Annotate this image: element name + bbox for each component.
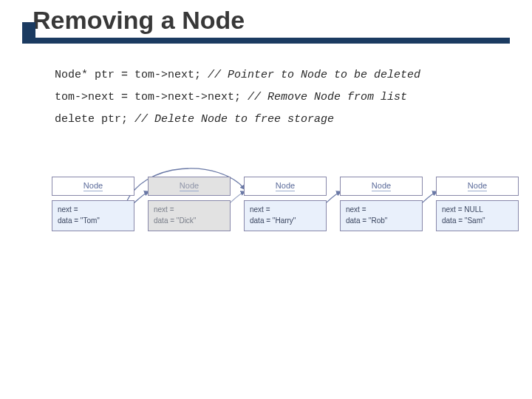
node-next: next =: [154, 205, 225, 216]
node-dick: Node next = data = "Dick": [148, 177, 231, 231]
code-line-1: Node* ptr = tom->next; // Pointer to Nod…: [55, 64, 510, 86]
code-text: Node* ptr = tom->next;: [55, 69, 208, 81]
code-text: tom->next = tom->next->next;: [55, 91, 248, 103]
title-accent: [22, 22, 35, 41]
code-line-2: tom->next = tom->next->next; // Remove N…: [55, 86, 510, 109]
node-body: next = data = "Rob": [340, 200, 423, 231]
node-next: next =: [58, 205, 129, 216]
node-next: next =: [250, 205, 321, 216]
title-rule: [22, 38, 510, 44]
node-body: next = data = "Dick": [148, 200, 231, 231]
node-harry: Node next = data = "Harry": [244, 177, 327, 231]
code-text: delete ptr;: [55, 113, 134, 126]
code-comment: // Pointer to Node to be deleted: [208, 69, 420, 81]
node-type-label: Node: [468, 181, 487, 191]
node-data: data = "Rob": [346, 216, 417, 227]
node-type-label: Node: [83, 181, 103, 191]
node-data: data = "Sam": [442, 216, 513, 227]
node-next: next = NULL: [442, 205, 513, 216]
code-block: Node* ptr = tom->next; // Pointer to Nod…: [55, 64, 510, 131]
node-type-label: Node: [372, 181, 391, 191]
code-line-3: delete ptr; // Delete Node to free stora…: [55, 109, 510, 131]
node-type-label: Node: [276, 181, 295, 191]
node-tom: Node next = data = "Tom": [52, 177, 134, 231]
node-header: Node: [436, 177, 519, 196]
node-body: next = data = "Tom": [52, 200, 134, 231]
node-next: next =: [346, 205, 417, 216]
node-header: Node: [244, 177, 327, 196]
node-body: next = data = "Harry": [244, 200, 327, 231]
page-title: Removing a Node: [33, 6, 245, 35]
node-data: data = "Tom": [58, 216, 129, 227]
node-data: data = "Harry": [250, 216, 321, 227]
node-type-label: Node: [180, 181, 199, 191]
node-header: Node: [148, 177, 231, 196]
code-comment: // Remove Node from list: [248, 91, 407, 103]
node-header: Node: [340, 177, 423, 196]
node-header: Node: [52, 177, 134, 196]
linked-list-diagram: Node next = data = "Tom" Node next = dat…: [52, 154, 525, 273]
node-body: next = NULL data = "Sam": [436, 200, 519, 231]
node-sam: Node next = NULL data = "Sam": [436, 177, 519, 231]
node-rob: Node next = data = "Rob": [340, 177, 423, 231]
code-comment: // Delete Node to free storage: [134, 113, 334, 126]
node-data: data = "Dick": [154, 216, 225, 227]
